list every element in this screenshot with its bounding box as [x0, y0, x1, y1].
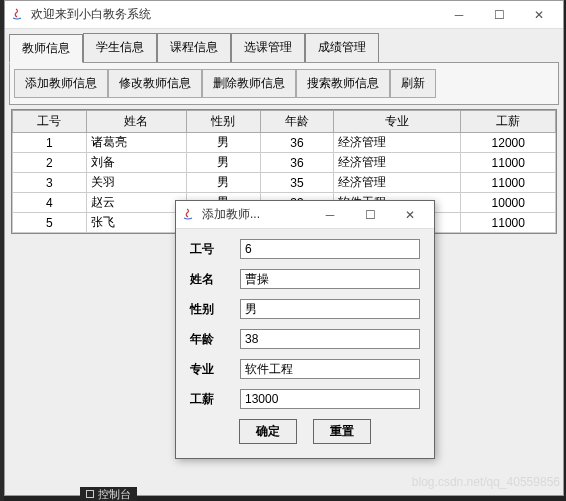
table-cell: 36: [260, 133, 334, 153]
tab-2[interactable]: 课程信息: [157, 33, 231, 62]
table-header[interactable]: 专业: [334, 111, 461, 133]
refresh-button[interactable]: 刷新: [390, 69, 436, 98]
delete-teacher-button[interactable]: 删除教师信息: [202, 69, 296, 98]
add-teacher-button[interactable]: 添加教师信息: [14, 69, 108, 98]
table-cell: 3: [13, 173, 87, 193]
main-window-title: 欢迎来到小白教务系统: [31, 6, 439, 23]
table-cell: 男: [187, 173, 261, 193]
label-name: 姓名: [190, 271, 240, 288]
table-row[interactable]: 3关羽男35经济管理11000: [13, 173, 556, 193]
table-cell: 男: [187, 133, 261, 153]
table-cell: 关羽: [86, 173, 186, 193]
taskbar-label: 控制台: [98, 487, 131, 502]
main-titlebar: 欢迎来到小白教务系统 ─ ☐ ✕: [5, 1, 563, 29]
input-name[interactable]: [240, 269, 420, 289]
table-cell: 经济管理: [334, 153, 461, 173]
table-header[interactable]: 工薪: [461, 111, 556, 133]
window-controls: ─ ☐ ✕: [439, 2, 559, 28]
table-row[interactable]: 1诸葛亮男36经济管理12000: [13, 133, 556, 153]
reset-button[interactable]: 重置: [313, 419, 371, 444]
label-major: 专业: [190, 361, 240, 378]
table-cell: 男: [187, 153, 261, 173]
table-cell: 11000: [461, 153, 556, 173]
table-cell: 2: [13, 153, 87, 173]
table-cell: 赵云: [86, 193, 186, 213]
main-tabs: 教师信息学生信息课程信息选课管理成绩管理: [9, 33, 559, 63]
tab-0[interactable]: 教师信息: [9, 34, 83, 63]
close-button[interactable]: ✕: [519, 2, 559, 28]
dialog-maximize-button[interactable]: ☐: [350, 202, 390, 228]
input-major[interactable]: [240, 359, 420, 379]
table-cell: 11000: [461, 213, 556, 233]
dialog-titlebar: 添加教师... ─ ☐ ✕: [176, 201, 434, 229]
input-salary[interactable]: [240, 389, 420, 409]
dialog-close-button[interactable]: ✕: [390, 202, 430, 228]
table-cell: 5: [13, 213, 87, 233]
taskbar-item[interactable]: 控制台: [80, 487, 137, 501]
maximize-button[interactable]: ☐: [479, 2, 519, 28]
table-header[interactable]: 性别: [187, 111, 261, 133]
table-header[interactable]: 年龄: [260, 111, 334, 133]
table-cell: 35: [260, 173, 334, 193]
label-id: 工号: [190, 241, 240, 258]
search-teacher-button[interactable]: 搜索教师信息: [296, 69, 390, 98]
dialog-window-controls: ─ ☐ ✕: [310, 202, 430, 228]
table-row[interactable]: 2刘备男36经济管理11000: [13, 153, 556, 173]
table-cell: 11000: [461, 173, 556, 193]
table-cell: 12000: [461, 133, 556, 153]
table-cell: 36: [260, 153, 334, 173]
label-age: 年龄: [190, 331, 240, 348]
dialog-buttons: 确定 重置: [190, 419, 420, 444]
label-salary: 工薪: [190, 391, 240, 408]
tab-4[interactable]: 成绩管理: [305, 33, 379, 62]
add-teacher-dialog: 添加教师... ─ ☐ ✕ 工号 姓名 性别 年龄 专业 工薪 确定 重置: [175, 200, 435, 459]
table-cell: 1: [13, 133, 87, 153]
table-cell: 10000: [461, 193, 556, 213]
input-age[interactable]: [240, 329, 420, 349]
table-cell: 刘备: [86, 153, 186, 173]
dialog-minimize-button[interactable]: ─: [310, 202, 350, 228]
dialog-title: 添加教师...: [202, 206, 310, 223]
dialog-body: 工号 姓名 性别 年龄 专业 工薪 确定 重置: [176, 229, 434, 458]
table-header[interactable]: 姓名: [86, 111, 186, 133]
edit-teacher-button[interactable]: 修改教师信息: [108, 69, 202, 98]
teacher-toolbar: 添加教师信息 修改教师信息 删除教师信息 搜索教师信息 刷新: [9, 63, 559, 105]
table-header-row: 工号姓名性别年龄专业工薪: [13, 111, 556, 133]
label-gender: 性别: [190, 301, 240, 318]
java-icon: [180, 207, 196, 223]
input-id[interactable]: [240, 239, 420, 259]
table-cell: 诸葛亮: [86, 133, 186, 153]
table-cell: 经济管理: [334, 173, 461, 193]
minimize-button[interactable]: ─: [439, 2, 479, 28]
table-cell: 经济管理: [334, 133, 461, 153]
ok-button[interactable]: 确定: [239, 419, 297, 444]
tab-1[interactable]: 学生信息: [83, 33, 157, 62]
table-cell: 4: [13, 193, 87, 213]
table-cell: 张飞: [86, 213, 186, 233]
tab-3[interactable]: 选课管理: [231, 33, 305, 62]
input-gender[interactable]: [240, 299, 420, 319]
java-icon: [9, 7, 25, 23]
table-header[interactable]: 工号: [13, 111, 87, 133]
